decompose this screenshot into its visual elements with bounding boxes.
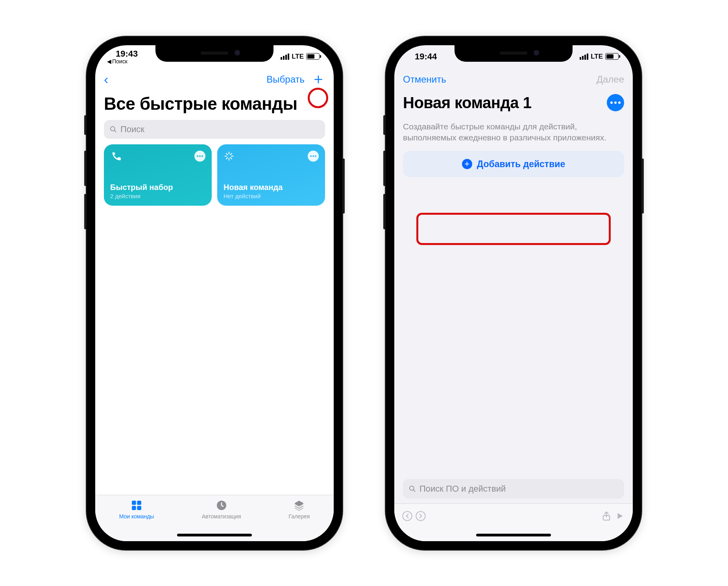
svg-line-16 (414, 490, 415, 491)
screen-right: 19:44 LTE Отменить Далее Новая команда 1 (394, 45, 633, 541)
battery-icon (605, 53, 619, 60)
svg-point-18 (416, 511, 425, 520)
svg-rect-11 (137, 501, 141, 505)
add-action-label: Добавить действие (477, 159, 565, 170)
description-text: Создавайте быстрые команды для действий,… (394, 116, 633, 151)
shortcut-card-speed-dial[interactable]: Быстрый набор 2 действия (104, 144, 212, 206)
back-chevron-icon[interactable]: ‹ (104, 72, 108, 87)
status-time: 19:44 (406, 52, 437, 62)
notch (455, 45, 573, 62)
add-shortcut-button[interactable] (312, 73, 325, 86)
phone-mute-switch (84, 115, 87, 135)
add-action-button[interactable]: + Добавить действие (403, 151, 624, 177)
gallery-icon (293, 499, 305, 512)
phone-right: 19:44 LTE Отменить Далее Новая команда 1 (386, 37, 641, 550)
svg-line-9 (226, 157, 228, 159)
home-indicator[interactable] (476, 534, 551, 536)
search-icon (109, 125, 117, 133)
page-title: Новая команда 1 (394, 94, 633, 112)
tab-label: Галерея (289, 513, 310, 520)
search-placeholder: Поиск (120, 124, 144, 135)
plus-circle-icon: + (462, 159, 472, 169)
svg-line-1 (115, 130, 116, 132)
search-placeholder: Поиск ПО и действий (419, 484, 506, 494)
card-subtitle: 2 действия (110, 193, 205, 199)
screen-left: 19:43 ◀ Поиск LTE ‹ Выбрать (95, 45, 334, 541)
page-title: Все быстрые команды (95, 94, 334, 114)
notch (155, 45, 273, 62)
next-button[interactable]: Далее (597, 74, 624, 85)
tab-my-shortcuts[interactable]: Мои команды (119, 499, 154, 541)
svg-point-17 (403, 511, 412, 520)
signal-bars-icon (580, 53, 588, 60)
clock-icon (215, 499, 228, 512)
shortcut-card-new[interactable]: Новая команда Нет действий (217, 144, 325, 206)
play-icon (615, 511, 625, 521)
phone-volume-up (383, 151, 386, 186)
phone-volume-down (84, 194, 87, 229)
back-chevron-icon: ◀ (107, 58, 111, 64)
card-title: Быстрый набор (110, 183, 205, 192)
search-icon (408, 485, 416, 493)
undo-icon (402, 510, 413, 522)
phone-icon (110, 151, 121, 162)
status-right: LTE (281, 53, 320, 61)
status-back-to-app[interactable]: ◀ Поиск (107, 58, 138, 64)
tab-label: Мои команды (119, 513, 154, 520)
share-icon (601, 510, 612, 522)
redo-icon (415, 510, 426, 522)
wand-icon (224, 151, 235, 162)
svg-line-7 (231, 157, 232, 159)
svg-line-6 (226, 153, 228, 155)
network-label: LTE (292, 53, 304, 61)
search-input[interactable]: Поиск (104, 120, 325, 139)
card-menu-button[interactable] (194, 151, 205, 162)
highlight-add-action (416, 213, 611, 245)
network-label: LTE (591, 53, 603, 61)
run-button[interactable] (613, 509, 626, 523)
page-title-text: Все быстрые команды (104, 94, 297, 114)
shortcut-settings-button[interactable] (607, 94, 624, 111)
tab-label: Автоматизация (202, 513, 241, 520)
plus-icon (313, 74, 323, 85)
battery-icon (306, 53, 320, 60)
undo-button[interactable] (401, 509, 414, 523)
cancel-button[interactable]: Отменить (403, 74, 446, 85)
share-button[interactable] (600, 509, 613, 523)
svg-rect-12 (132, 506, 136, 510)
shortcuts-icon (130, 499, 143, 512)
svg-rect-10 (132, 501, 136, 505)
phone-left: 19:43 ◀ Поиск LTE ‹ Выбрать (87, 37, 342, 550)
nav-bar: ‹ Выбрать (95, 68, 334, 91)
phone-volume-up (84, 151, 87, 186)
status-time: 19:43 (107, 49, 138, 59)
shortcut-cards: Быстрый набор 2 действия (95, 144, 334, 206)
phone-volume-down (383, 194, 386, 229)
home-indicator[interactable] (177, 534, 252, 536)
phone-power-button (641, 158, 644, 214)
phone-mute-switch (383, 115, 386, 135)
svg-line-8 (231, 153, 232, 155)
action-search-input[interactable]: Поиск ПО и действий (403, 479, 624, 499)
svg-rect-13 (137, 506, 141, 510)
status-right: LTE (580, 53, 619, 61)
card-title: Новая команда (224, 183, 319, 192)
card-subtitle: Нет действий (224, 193, 319, 199)
phone-power-button (342, 158, 345, 214)
redo-button[interactable] (414, 509, 427, 523)
signal-bars-icon (281, 53, 289, 60)
card-menu-button[interactable] (308, 151, 319, 162)
tab-gallery[interactable]: Галерея (289, 499, 310, 541)
back-app-label: Поиск (112, 58, 127, 64)
select-button[interactable]: Выбрать (266, 74, 305, 85)
nav-bar: Отменить Далее (394, 68, 633, 91)
shortcut-name[interactable]: Новая команда 1 (403, 94, 531, 112)
